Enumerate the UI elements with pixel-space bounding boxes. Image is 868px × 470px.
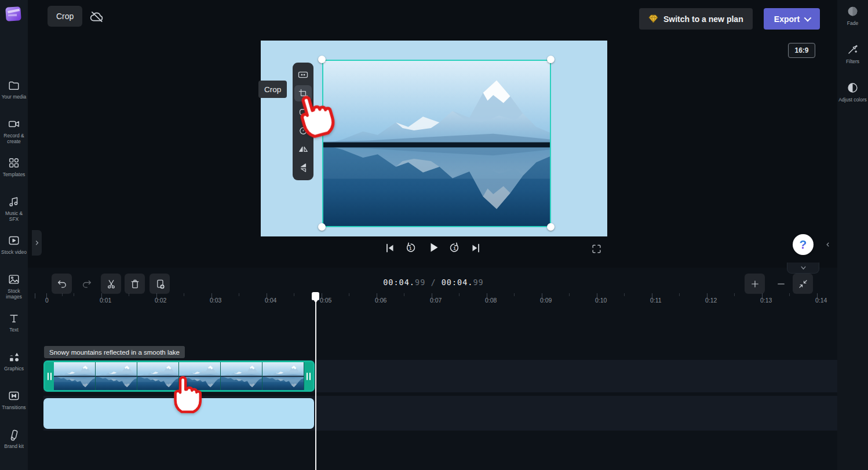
sidebar-item-label: Your media <box>0 94 28 100</box>
forward-1s-icon[interactable]: 1 <box>446 239 463 257</box>
sidebar-item-label: Stock images <box>0 289 28 300</box>
crop-handle-bottom-left[interactable] <box>318 223 326 231</box>
collapse-preview-tab[interactable] <box>787 263 819 274</box>
rewind-1s-icon[interactable]: 1 <box>402 239 420 257</box>
expand-sidebar-panel-button[interactable] <box>32 230 42 256</box>
ruler-label: 0:07 <box>430 297 442 304</box>
ruler-minor-ticks <box>0 293 837 296</box>
zoom-fit-button[interactable] <box>793 274 813 294</box>
svg-text:1: 1 <box>409 246 412 251</box>
ruler-label: 0:13 <box>760 297 772 304</box>
switch-plan-button[interactable]: Switch to a new plan <box>639 8 753 30</box>
sidebar-item-label: Text <box>0 327 28 333</box>
panel-item-filters[interactable]: Filters <box>837 38 868 76</box>
sidebar-item-stock-video[interactable]: Stock video <box>0 229 28 268</box>
flip-horizontal-icon[interactable] <box>294 141 312 158</box>
ruler-label: 0:02 <box>155 297 166 304</box>
zoom-out-button[interactable] <box>771 274 791 294</box>
svg-text:1: 1 <box>453 246 456 251</box>
ruler-label: 0:11 <box>650 297 662 304</box>
sidebar-item-text[interactable]: Text <box>0 307 28 346</box>
sidebar-item-label: Templates <box>0 172 28 178</box>
skip-end-icon[interactable] <box>467 239 484 257</box>
ruler-label: 0:09 <box>540 297 552 304</box>
music-sfx-icon <box>8 195 20 208</box>
gem-icon <box>648 14 658 23</box>
trim-handle-right[interactable] <box>304 362 313 390</box>
filters-icon <box>847 43 859 56</box>
filmstrip-frame <box>221 362 262 390</box>
duplicate-button[interactable] <box>149 274 170 294</box>
playhead-handle[interactable] <box>312 292 319 300</box>
ruler-label: 0 <box>45 297 49 304</box>
sidebar-item-graphics[interactable]: Graphics <box>0 346 28 385</box>
right-effects-panel: Fade Filters Adjust colors <box>837 0 868 470</box>
sidebar-item-record-create[interactable]: Record & create <box>0 113 28 152</box>
ruler-label: 0:04 <box>265 297 276 304</box>
clip-name-tooltip: Snowy mountains reflected in a smooth la… <box>44 346 185 358</box>
flip-vertical-icon[interactable] <box>294 160 312 176</box>
zoom-in-button[interactable] <box>745 274 765 294</box>
folder-media-icon <box>8 79 20 92</box>
templates-icon <box>8 156 20 169</box>
delete-button[interactable] <box>125 274 145 294</box>
page-title: Crop <box>48 6 82 27</box>
sidebar-item-label: Graphics <box>0 366 28 372</box>
playhead[interactable] <box>315 293 316 470</box>
sidebar-item-music-sfx[interactable]: Music & SFX <box>0 191 28 229</box>
sidebar-item-label: Transitions <box>0 405 28 411</box>
brand-kit-icon <box>8 428 20 441</box>
crop-handle-top-left[interactable] <box>318 56 326 63</box>
undo-button[interactable] <box>52 274 72 294</box>
sidebar-item-stock-images[interactable]: Stock images <box>0 268 28 307</box>
aspect-ratio-badge[interactable]: 16:9 <box>788 43 815 58</box>
ruler-label: 0:12 <box>705 297 717 304</box>
adjust-colors-icon <box>847 82 859 94</box>
filmstrip-frame <box>262 362 304 390</box>
panel-item-fade[interactable]: Fade <box>837 0 868 38</box>
sidebar-item-your-media[interactable]: Your media <box>0 74 28 113</box>
skip-start-icon[interactable] <box>381 239 399 257</box>
export-button[interactable]: Export <box>764 8 820 30</box>
ruler-label: 0:03 <box>210 297 221 304</box>
panel-item-label: Fade <box>837 20 868 26</box>
crop-handle-top-right[interactable] <box>547 56 555 63</box>
tutorial-hand-cursor-clip <box>169 371 205 414</box>
redo-button[interactable] <box>76 274 97 294</box>
play-icon[interactable] <box>425 239 442 256</box>
sidebar-item-transitions[interactable]: Transitions <box>0 385 28 424</box>
sidebar-nav: Your media Record & create Templates Mus… <box>0 74 28 462</box>
split-button[interactable] <box>101 274 121 294</box>
sidebar-item-templates[interactable]: Templates <box>0 152 28 191</box>
crop-tooltip: Crop <box>258 81 287 98</box>
clipchamp-logo[interactable] <box>5 5 23 23</box>
ruler-label: 0:14 <box>815 297 827 304</box>
sidebar-item-label: Brand kit <box>0 444 28 450</box>
trim-handle-left[interactable] <box>45 362 54 390</box>
crop-handle-bottom-right[interactable] <box>547 223 555 231</box>
fit-frame-icon[interactable] <box>294 67 312 83</box>
cloud-backup-off-icon[interactable] <box>89 10 106 24</box>
fade-icon <box>847 5 859 17</box>
fullscreen-icon[interactable] <box>588 240 605 257</box>
sidebar-item-brand-kit[interactable]: Brand kit <box>0 424 28 462</box>
filmstrip-frame <box>54 362 96 390</box>
selected-video-frame[interactable] <box>322 60 551 227</box>
help-button[interactable]: ? <box>793 234 814 255</box>
panel-item-adjust-colors[interactable]: Adjust colors <box>837 76 868 115</box>
graphics-icon <box>8 351 20 363</box>
export-label: Export <box>774 14 800 24</box>
timecode-display: 00:04.99 / 00:04.99 <box>348 278 519 287</box>
sidebar-item-label: Stock video <box>0 250 28 256</box>
ruler-label: 0:08 <box>485 297 497 304</box>
help-label: ? <box>800 238 807 252</box>
sidebar-item-label: Record & create <box>0 133 28 145</box>
panel-item-label: Adjust colors <box>837 97 868 103</box>
ruler-label: 0:05 <box>320 297 331 304</box>
record-create-icon <box>8 118 20 130</box>
transitions-icon <box>8 389 20 402</box>
switch-plan-label: Switch to a new plan <box>663 14 743 24</box>
chevron-down-icon <box>804 14 812 22</box>
stock-video-icon <box>8 234 20 247</box>
collapse-right-panel-button[interactable] <box>823 238 832 251</box>
